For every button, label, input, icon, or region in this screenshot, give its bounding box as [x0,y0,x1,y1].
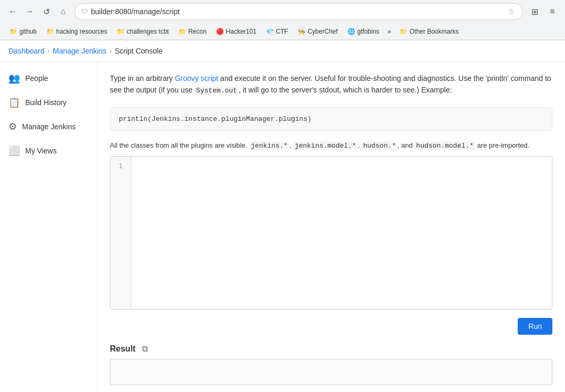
run-button[interactable]: Run [518,318,552,335]
bookmark-gtfobins[interactable]: 🌐 gtfobins [343,26,384,37]
bookmark-hacking-resources[interactable]: 📁 hacking resources [42,26,111,37]
bookmark-challenges-tcbt[interactable]: 📁 challenges tcbt [112,26,173,37]
people-icon: 👥 [8,73,20,84]
bookmark-hacker101[interactable]: 🔴 Hacker101 [212,26,261,37]
classes-info-part1: All the classes from all the plugins are… [110,141,249,149]
sidebar-item-build-history[interactable]: 📋 Build History [0,90,97,115]
script-textarea[interactable] [131,157,552,309]
breadcrumb-sep-2: › [109,47,111,55]
breadcrumb-current: Script Console [115,47,162,55]
sidebar-label-people: People [25,74,48,82]
breadcrumb: Dashboard › Manage Jenkins › Script Cons… [0,40,565,62]
back-button[interactable]: ← [5,4,20,19]
breadcrumb-manage-jenkins[interactable]: Manage Jenkins [53,47,107,55]
example-code-block: println(Jenkins.instance.pluginManager.p… [110,107,552,131]
sidebar: 👥 People 📋 Build History ⚙ Manage Jenkin… [0,62,97,392]
description-part1: Type in an arbitrary [110,74,175,82]
browser-chrome: ← → ↺ ⌂ 🛡 builder:8080/manage/script ☆ ⊞… [0,0,565,40]
line-number-1: 1 [110,161,131,171]
main-layout: 👥 People 📋 Build History ⚙ Manage Jenkin… [0,62,565,392]
my-views-icon: ⬜ [8,145,20,157]
result-label: Result [110,344,136,354]
bookmark-ctf[interactable]: 💎 CTF [262,26,292,37]
description-part3: , it will go to the server's stdout, whi… [239,86,452,94]
copy-result-button[interactable]: ⧉ [140,343,150,355]
app-container: Dashboard › Manage Jenkins › Script Cons… [0,40,565,392]
menu-button[interactable]: ≡ [545,4,560,19]
content-area: Type in an arbitrary Groovy script and e… [97,62,565,392]
result-header: Result ⧉ [110,343,552,355]
bookmark-other[interactable]: 📁 Other Bookmarks [395,26,463,37]
bookmark-star-button[interactable]: ☆ [507,6,516,17]
run-button-row: Run [110,318,552,335]
sidebar-label-my-views: My Views [25,147,57,155]
bookmarks-more-button[interactable]: » [385,26,395,37]
reload-button[interactable]: ↺ [39,4,54,19]
classes-info: All the classes from all the plugins are… [110,141,552,150]
address-actions: ☆ [507,6,516,17]
sidebar-label-build-history: Build History [25,98,67,107]
classes-code3: hudson.* [362,141,397,150]
line-numbers: 1 [110,157,131,309]
address-bar[interactable]: 🛡 builder:8080/manage/script ☆ [75,3,523,20]
classes-code4: hudson.model.* [415,141,475,150]
security-icon: 🛡 [81,8,88,15]
description-text: Type in an arbitrary Groovy script and e… [110,73,552,97]
home-button[interactable]: ⌂ [56,4,70,19]
example-code-text: println(Jenkins.instance.pluginManager.p… [119,115,312,123]
sidebar-item-people[interactable]: 👥 People [0,66,97,90]
breadcrumb-sep-1: › [48,47,50,55]
classes-code2: jenkins.model.* [293,141,358,150]
breadcrumb-dashboard[interactable]: Dashboard [8,47,45,55]
browser-actions: ⊞ ≡ [527,4,560,19]
address-text: builder:8080/manage/script [91,7,504,16]
manage-jenkins-icon: ⚙ [8,121,17,132]
system-out-code: System.out [194,86,239,95]
groovy-script-link[interactable]: Groovy script [175,74,218,82]
sidebar-label-manage-jenkins: Manage Jenkins [22,122,76,131]
nav-buttons: ← → ↺ ⌂ [5,4,70,19]
extensions-button[interactable]: ⊞ [527,4,542,19]
bookmark-github[interactable]: 📁 github [5,26,41,37]
result-box [110,359,552,385]
sidebar-item-manage-jenkins[interactable]: ⚙ Manage Jenkins [0,115,97,139]
script-editor-container: 1 [110,156,552,310]
bookmarks-bar: 📁 github 📁 hacking resources 📁 challenge… [0,23,565,40]
forward-button[interactable]: → [22,4,37,19]
sidebar-item-my-views[interactable]: ⬜ My Views [0,139,97,163]
bookmark-cyberchef[interactable]: 👨‍🍳 CyberChef [293,26,342,37]
classes-code1: jenkins.* [249,141,289,150]
browser-toolbar: ← → ↺ ⌂ 🛡 builder:8080/manage/script ☆ ⊞… [0,0,565,23]
build-history-icon: 📋 [8,97,20,108]
bookmark-recon[interactable]: 📁 Recon [174,26,211,37]
